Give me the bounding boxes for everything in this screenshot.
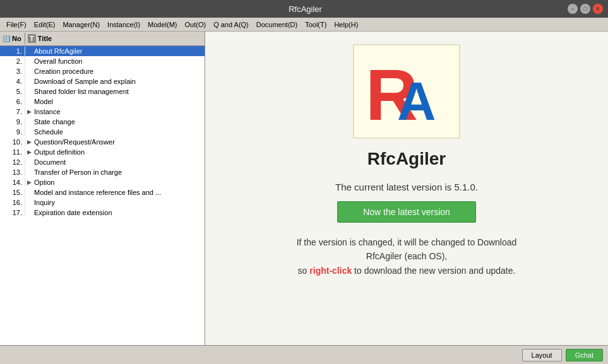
tree-row-no: 16. xyxy=(0,198,25,207)
content-scroll[interactable]: R A RfcAgiler The current latest version… xyxy=(205,32,608,345)
tree-row-label: Download of Sample and explain xyxy=(33,77,205,86)
tree-row-label: Question/Request/Answer xyxy=(33,138,205,146)
tree-row[interactable]: 7.▶Instance xyxy=(0,107,205,117)
close-button[interactable]: ✕ xyxy=(593,4,603,14)
tree-row-no: 2. xyxy=(0,57,25,66)
menu-item-out[interactable]: Out(O) xyxy=(181,20,210,30)
menu-item-instance[interactable]: Instance(I) xyxy=(104,20,144,30)
tree-row-arrow-icon: ▶ xyxy=(25,139,33,145)
app-title: RfcAgiler xyxy=(43,4,568,14)
latest-version-button[interactable]: Now the latest version xyxy=(337,201,476,223)
info-line3-before: so xyxy=(298,266,310,276)
info-text: If the version is changed, it will be ch… xyxy=(297,235,517,278)
menu-item-edit[interactable]: Edit(E) xyxy=(30,20,59,30)
tree-row-no: 10. xyxy=(0,138,25,146)
tree-row[interactable]: 4.Download of Sample and explain xyxy=(0,76,205,86)
tree-row-arrow-icon: ▶ xyxy=(25,149,33,155)
info-line1: If the version is changed, it will be ch… xyxy=(297,237,517,247)
logo-container: R A xyxy=(353,44,460,139)
tree-row[interactable]: 9.State change xyxy=(0,117,205,127)
tree-row[interactable]: 14.▶Option xyxy=(0,177,205,187)
tree-row-label: Shared folder list management xyxy=(33,87,205,96)
tree-row-no: 4. xyxy=(0,77,25,86)
col-no-header: 🔢 No xyxy=(0,33,25,44)
info-line2: RfcAgiler (each OS), xyxy=(366,251,447,261)
tree-row-label: Transfer of Person in charge xyxy=(33,168,205,177)
tree-row-label: Schedule xyxy=(33,127,205,136)
tree-row-label: Model xyxy=(33,97,205,106)
tree-row[interactable]: 11.▶Output definition xyxy=(0,147,205,157)
tree-row-no: 3. xyxy=(0,67,25,76)
logo-svg: R A xyxy=(362,50,451,132)
menu-bar: File(F)Edit(E)Manager(N)Instance(I)Model… xyxy=(0,18,608,32)
menu-item-model[interactable]: Model(M) xyxy=(144,20,181,30)
tree-row-no: 15. xyxy=(0,188,25,197)
menu-item-document[interactable]: Document(D) xyxy=(253,20,301,30)
tree-row-no: 6. xyxy=(0,97,25,106)
tree-row[interactable]: 15.Model and instance reference files an… xyxy=(0,187,205,197)
tree-row-no: 14. xyxy=(0,178,25,187)
tree-row-label: State change xyxy=(33,117,205,126)
col-title-label: Title xyxy=(38,35,52,42)
tree-row-label: Creation procedure xyxy=(33,67,205,76)
tree-row-no: 1. xyxy=(0,47,25,56)
tree-row-label: Option xyxy=(33,178,205,187)
menu-item-help[interactable]: Help(H) xyxy=(330,20,362,30)
tree-row[interactable]: 3.Creation procedure xyxy=(0,66,205,76)
info-line3-highlight: right-click xyxy=(309,266,352,276)
tree-row-label: Instance xyxy=(33,107,205,116)
layout-button[interactable]: Layout xyxy=(522,349,562,361)
tree-row[interactable]: 6.Model xyxy=(0,97,205,107)
tree-row-no: 13. xyxy=(0,168,25,177)
tree-row-no: 5. xyxy=(0,87,25,96)
menu-item-tool[interactable]: Tool(T) xyxy=(301,20,330,30)
col-no-icon: 🔢 xyxy=(3,35,10,42)
window-controls: − □ ✕ xyxy=(568,4,603,14)
tree-row-label: Model and instance reference files and .… xyxy=(33,188,205,197)
col-title-icon: T xyxy=(28,34,36,43)
menu-item-qanda[interactable]: Q and A(Q) xyxy=(210,20,253,30)
tree-header: 🔢 No T Title xyxy=(0,32,205,46)
tree-row-label: About RfcAgiler xyxy=(33,47,205,56)
tree-row-no: 12. xyxy=(0,158,25,167)
version-text: The current latest version is 5.1.0. xyxy=(335,182,478,192)
col-title-header: T Title xyxy=(25,33,205,44)
app-name-display: RfcAgiler xyxy=(367,149,446,169)
tree-row-no: 9. xyxy=(0,127,25,136)
tree-row-no: 7. xyxy=(0,107,25,116)
tree-row-no: 9. xyxy=(0,117,25,126)
col-no-label: No xyxy=(12,35,21,42)
tree-row[interactable]: 2.Overall function xyxy=(0,56,205,66)
tree-row[interactable]: 17.Expiration date extension xyxy=(0,208,205,218)
bottom-bar: Layout Gchat xyxy=(0,345,608,364)
svg-text:A: A xyxy=(397,71,436,131)
tree-row[interactable]: 16.Inquiry xyxy=(0,197,205,208)
title-bar: RfcAgiler − □ ✕ xyxy=(0,0,608,18)
tree-row[interactable]: 5.Shared folder list management xyxy=(0,86,205,97)
gchat-button[interactable]: Gchat xyxy=(566,349,603,361)
tree-row-no: 11. xyxy=(0,148,25,156)
tree-row[interactable]: 12.Document xyxy=(0,157,205,167)
tree-row-label: Output definition xyxy=(33,148,205,156)
right-panel: R A RfcAgiler The current latest version… xyxy=(205,32,608,345)
tree-row-arrow-icon: ▶ xyxy=(25,179,33,185)
tree-row-label: Expiration date extension xyxy=(33,208,205,217)
tree-row[interactable]: 1.About RfcAgiler xyxy=(0,46,205,56)
menu-item-file[interactable]: File(F) xyxy=(3,20,30,30)
tree-row-arrow-icon: ▶ xyxy=(25,109,33,115)
info-line3-after: to download the new version and update. xyxy=(352,266,515,276)
maximize-button[interactable]: □ xyxy=(580,4,590,14)
tree-row-label: Overall function xyxy=(33,57,205,66)
tree-row[interactable]: 10.▶Question/Request/Answer xyxy=(0,137,205,147)
tree-row[interactable]: 9.Schedule xyxy=(0,127,205,137)
left-panel: 🔢 No T Title 1.About RfcAgiler2.Overall … xyxy=(0,32,205,345)
tree-row-label: Inquiry xyxy=(33,198,205,207)
tree-row[interactable]: 13.Transfer of Person in charge xyxy=(0,167,205,177)
minimize-button[interactable]: − xyxy=(568,4,578,14)
main-content: 🔢 No T Title 1.About RfcAgiler2.Overall … xyxy=(0,32,608,345)
tree-row-no: 17. xyxy=(0,208,25,217)
tree-row-label: Document xyxy=(33,158,205,167)
menu-item-manager[interactable]: Manager(N) xyxy=(59,20,104,30)
tree-body: 1.About RfcAgiler2.Overall function3.Cre… xyxy=(0,46,205,345)
